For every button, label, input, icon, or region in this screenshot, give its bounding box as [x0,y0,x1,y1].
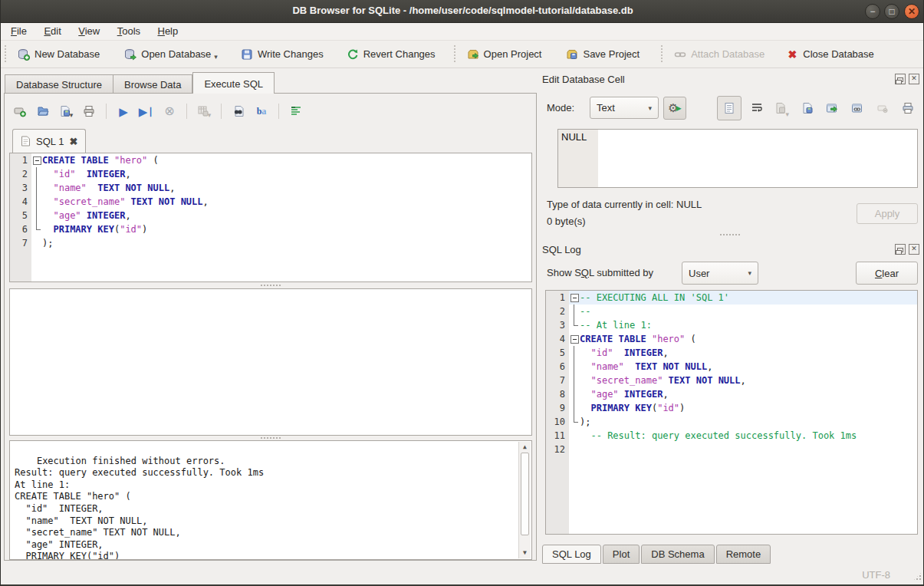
line-number: 7 [10,236,31,250]
code-line: 6 "name" TEXT NOT NULL, [546,360,917,374]
revert-changes-button[interactable]: Revert Changes [340,44,442,64]
fold-marker-icon[interactable] [31,153,42,167]
tab-database-structure[interactable]: Database Structure [5,74,113,94]
tab-browse-data[interactable]: Browse Data [113,74,192,94]
line-number: 7 [546,374,569,387]
word-wrap-button[interactable] [747,98,767,118]
scrollbar-thumb[interactable] [521,453,529,535]
open-sql-file-button[interactable] [35,104,51,119]
toolbar-handle[interactable] [4,45,8,64]
tab-execute-sql[interactable]: Execute SQL [192,72,275,94]
print-sql-button[interactable] [81,104,97,119]
dock-splitter[interactable] [542,232,918,237]
editor-results-splitter[interactable] [9,283,532,288]
toolbar-handle[interactable] [453,45,457,64]
sql-log-view[interactable]: 1-- EXECUTING ALL IN 'SQL 1'2--3-- At li… [545,290,918,535]
new-sql-tab-button[interactable] [12,104,28,119]
resize-grip-icon[interactable] [912,571,922,581]
dock-close-icon[interactable]: ✕ [909,74,919,84]
edit-cell-dock-titlebar: Edit Database Cell ✕ [542,71,919,87]
print-cell-button[interactable] [898,98,918,118]
execute-all-button[interactable]: ▶ [116,104,131,119]
open-database-dropdown-icon[interactable]: ▾ [214,53,218,61]
scroll-up-icon[interactable]: ▲ [519,442,531,453]
code-text: "secret_name" TEXT NOT NULL, [42,195,531,209]
code-line: 8 "age" INTEGER, [546,387,917,401]
menu-help[interactable]: Help [151,23,186,39]
dock-close-icon[interactable]: ✕ [909,244,919,255]
tab-plot[interactable]: Plot [603,545,640,564]
scroll-down-icon[interactable]: ▼ [519,548,531,558]
import-cell-icon [801,102,814,114]
menu-file[interactable]: File [4,23,34,39]
fold-margin [31,236,42,250]
open-project-button[interactable]: Open Project [460,44,549,64]
line-number: 6 [546,360,569,374]
execution-output-scrollbar[interactable]: ▲ ▼ [518,442,531,558]
splitter-handle-icon [261,437,281,439]
format-sql-button[interactable] [288,104,304,119]
auto-switch-mode-button[interactable]: ⚙▶ [663,97,686,120]
new-database-button[interactable]: New Database [11,44,107,64]
line-number: 2 [546,305,569,318]
maximize-icon[interactable]: □ [884,4,899,19]
write-changes-button[interactable]: Write Changes [234,44,330,64]
open-database-button[interactable]: Open Database ▾ [117,44,225,64]
save-results-dropdown-icon: ▾ [208,111,212,119]
sql-log-dock-titlebar: SQL Log ✕ [542,241,919,258]
execute-current-line-button[interactable]: ▶❘ [139,104,154,119]
execution-output-text: Execution finished without errors. Resul… [15,456,264,560]
save-cell-button: ▾ [772,98,792,118]
menu-tools[interactable]: Tools [110,23,147,39]
save-project-button[interactable]: Save Project [559,44,646,64]
code-text: -- At line 1: [580,318,917,332]
save-sql-file-button[interactable]: ▾ [58,104,74,119]
fold-margin [31,167,42,181]
save-file-dropdown-icon[interactable]: ▾ [70,111,74,119]
clear-log-button[interactable]: Clear [856,262,918,285]
cell-value-editor[interactable]: NULL [557,129,918,188]
toolbar-separator [221,104,222,119]
results-pane[interactable] [9,288,532,436]
mode-label: Mode: [547,102,574,114]
fold-marker-icon[interactable] [569,291,580,305]
line-number: 12 [546,443,569,456]
mode-combobox[interactable]: Text▾ [590,97,659,119]
menu-view[interactable]: View [71,23,107,39]
code-text: "name" TEXT NOT NULL, [580,360,917,374]
close-database-icon: ✖ [786,48,798,61]
close-sql-tab-icon[interactable]: ✖ [69,136,77,147]
sql-log-filter-label: Show SQL submitted by [547,267,653,278]
import-cell-button[interactable] [797,98,817,118]
text-mode-button[interactable] [717,96,742,120]
sql-doc-tab[interactable]: SQL 1 ✖ [12,129,86,153]
fold-marker-icon[interactable] [569,332,580,346]
tab-db-schema[interactable]: DB Schema [641,545,714,564]
find-button[interactable] [231,104,246,119]
toolbar-handle[interactable] [660,45,664,64]
export-cell-button[interactable] [822,98,842,118]
cell-toolbar: ▾ [717,96,918,120]
encoding-indicator[interactable]: UTF-8 [862,569,890,581]
tab-remote[interactable]: Remote [716,545,771,564]
revert-changes-icon [347,48,359,61]
menu-edit[interactable]: Edit [37,23,67,39]
window-title: DB Browser for SQLite - /home/user/code/… [1,5,924,16]
new-database-icon [18,48,30,61]
close-icon[interactable]: ✕ [904,4,919,19]
close-database-button[interactable]: ✖ Close Database [779,44,881,64]
dock-float-icon[interactable] [895,244,906,255]
cell-type-text: Type of data currently in cell: NULL [547,199,702,210]
line-number: 2 [10,167,31,181]
open-in-external-button[interactable] [847,98,867,118]
replace-button[interactable]: ba [254,104,269,119]
attach-database-label: Attach Database [691,48,765,60]
code-text: ); [580,415,917,429]
minimize-icon[interactable]: − [865,4,880,19]
tab-sql-log[interactable]: SQL Log [542,545,601,564]
execution-output[interactable]: Execution finished without errors. Resul… [9,440,532,560]
chevron-down-icon: ▾ [648,104,652,112]
sql-editor[interactable]: 1CREATE TABLE "hero" (2 "id" INTEGER,3 "… [9,153,532,282]
dock-float-icon[interactable] [895,74,906,84]
sql-log-filter-combobox[interactable]: User▾ [682,262,758,285]
